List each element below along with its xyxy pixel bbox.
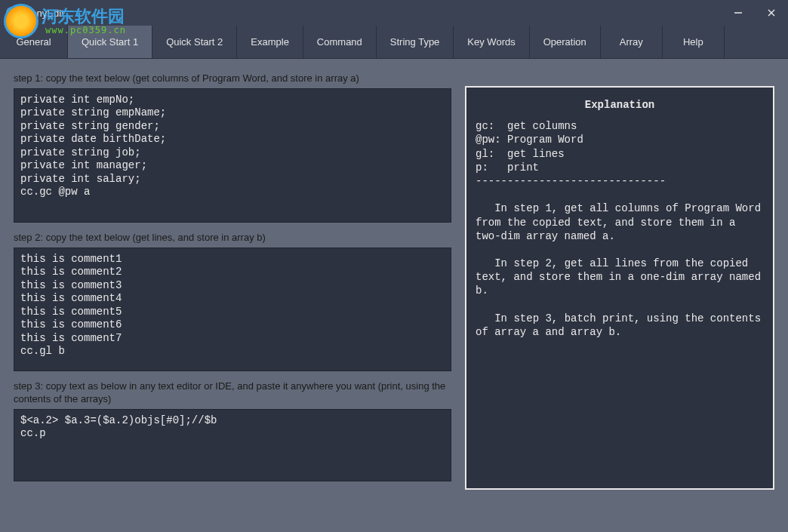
right-column: Explanationgc: get columns @pw: Program … [465,72,774,518]
tab-example[interactable]: Example [237,26,303,58]
step-1-label: step 1: copy the text below (get columns… [14,72,451,88]
tab-quick-start-2[interactable]: Quick Start 2 [152,26,237,58]
step-3-code[interactable]: $<a.2> $a.3=($a.2)objs[#0];//$b cc.p [14,409,451,481]
close-button[interactable] [755,0,788,26]
tab-general[interactable]: General [0,26,68,58]
explanation-title: Explanation [476,98,764,112]
tab-array[interactable]: Array [601,26,663,58]
tab-operation[interactable]: Operation [530,26,601,58]
step-3-block: step 3: copy text as below in any text e… [14,380,451,481]
tab-bar: General Quick Start 1 Quick Start 2 Exam… [0,26,788,59]
step-2-code[interactable]: this is comment1 this is comment2 this i… [14,248,451,371]
titlebar: ConyEdit [0,0,788,26]
step-1-block: step 1: copy the text below (get columns… [14,72,451,223]
app-icon [6,7,18,19]
step-2-label: step 2: copy the text below (get lines, … [14,232,451,248]
tab-command[interactable]: Command [303,26,377,58]
tab-help[interactable]: Help [663,26,725,58]
tab-key-words[interactable]: Key Words [454,26,529,58]
explanation-panel: Explanationgc: get columns @pw: Program … [465,86,774,490]
step-1-code[interactable]: private int empNo; private string empNam… [14,88,451,223]
tab-string-type[interactable]: String Type [377,26,454,58]
minimize-button[interactable] [722,0,755,26]
tab-quick-start-1[interactable]: Quick Start 1 [68,26,152,58]
left-column: step 1: copy the text below (get columns… [14,72,451,518]
app-title: ConyEdit [24,8,64,19]
content-area: step 1: copy the text below (get columns… [0,59,788,532]
step-3-label: step 3: copy text as below in any text e… [14,380,451,409]
explanation-body: gc: get columns @pw: Program Word gl: ge… [476,120,767,338]
window-controls [722,0,788,26]
step-2-block: step 2: copy the text below (get lines, … [14,232,451,371]
